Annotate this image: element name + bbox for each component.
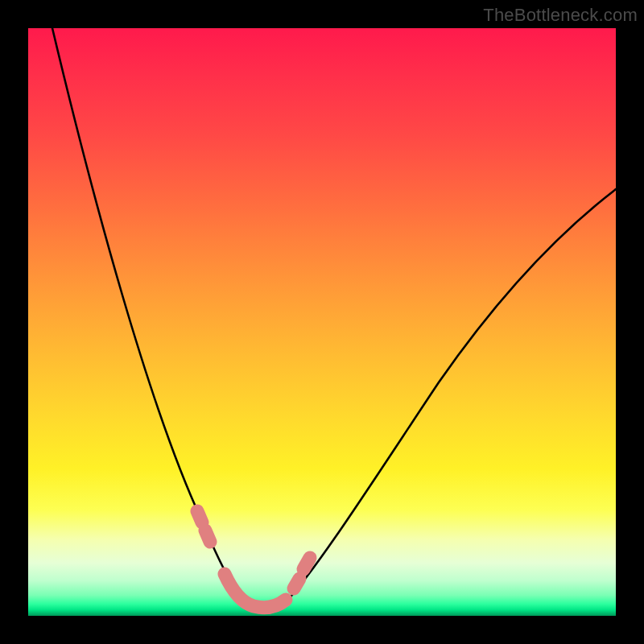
plot-area [28,28,616,616]
bead-right-upper [303,558,310,569]
bead-left-upper [197,511,202,522]
watermark-text: TheBottleneck.com [483,5,638,26]
bead-left-lower [205,530,210,542]
bottleneck-curve [28,28,616,616]
curve-left-arm [52,28,240,596]
chart-frame: TheBottleneck.com [0,0,644,644]
bead-right-lower [294,579,299,588]
bead-trough [225,574,286,608]
curve-right-arm [286,189,616,602]
